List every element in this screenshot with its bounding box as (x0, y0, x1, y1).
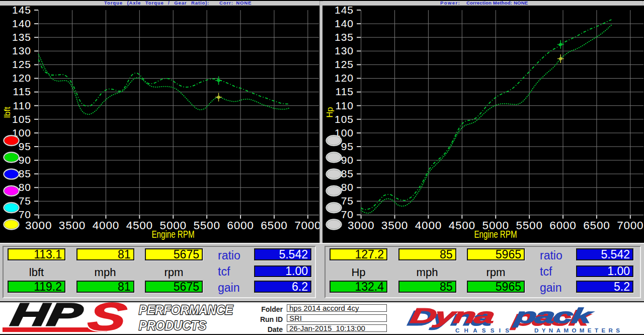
svg-text:3500: 3500 (59, 219, 86, 232)
svg-text:80: 80 (19, 181, 31, 193)
svg-text:110: 110 (336, 100, 354, 111)
svg-text:85: 85 (341, 168, 354, 179)
svg-text:125: 125 (335, 58, 354, 70)
svg-text:145: 145 (335, 6, 354, 16)
svg-text:PRODUCTS: PRODUCTS (139, 318, 206, 332)
svg-text:110: 110 (13, 100, 31, 111)
svg-text:3000: 3000 (348, 219, 374, 232)
svg-text:140: 140 (335, 18, 354, 29)
svg-text:75: 75 (341, 195, 354, 207)
svg-text:6000: 6000 (227, 219, 254, 232)
svg-text:80: 80 (341, 181, 354, 193)
svg-text:PERFORMANCE: PERFORMANCE (139, 303, 233, 317)
svg-text:115: 115 (13, 86, 31, 97)
svg-text:HP: HP (9, 302, 86, 332)
svg-text:4500: 4500 (449, 219, 475, 232)
svg-text:135: 135 (335, 31, 354, 43)
svg-text:95: 95 (341, 141, 354, 152)
svg-text:3000: 3000 (25, 219, 52, 232)
svg-text:120: 120 (335, 72, 354, 84)
svg-text:Engine RPM: Engine RPM (152, 229, 195, 240)
svg-text:Hp: Hp (325, 107, 334, 117)
svg-text:5500: 5500 (193, 219, 220, 232)
svg-text:S: S (86, 302, 130, 334)
svg-text:7000: 7000 (294, 219, 319, 232)
svg-text:pack: pack (512, 304, 596, 327)
svg-text:75: 75 (19, 195, 31, 207)
svg-text:4000: 4000 (415, 219, 442, 232)
svg-text:105: 105 (12, 113, 31, 125)
svg-text:Engine RPM: Engine RPM (474, 229, 517, 240)
svg-text:120: 120 (12, 72, 31, 84)
svg-text:lbft: lbft (3, 107, 12, 118)
svg-text:90: 90 (341, 154, 354, 166)
svg-text:6500: 6500 (261, 219, 287, 232)
svg-text:145: 145 (12, 6, 31, 16)
svg-text:6500: 6500 (583, 219, 610, 232)
svg-text:3500: 3500 (381, 219, 408, 232)
svg-text:85: 85 (19, 168, 31, 179)
svg-text:140: 140 (12, 18, 31, 29)
svg-text:95: 95 (19, 141, 31, 152)
svg-text:Dyna: Dyna (409, 304, 496, 328)
svg-text:130: 130 (12, 45, 31, 56)
svg-text:4500: 4500 (126, 219, 153, 232)
svg-text:4000: 4000 (93, 219, 119, 232)
svg-text:135: 135 (12, 31, 31, 43)
svg-text:6000: 6000 (549, 219, 576, 232)
svg-text:7000: 7000 (617, 219, 643, 232)
svg-text:5500: 5500 (516, 219, 542, 232)
svg-text:130: 130 (335, 45, 354, 56)
svg-text:115: 115 (336, 86, 354, 97)
svg-text:90: 90 (19, 154, 31, 166)
svg-text:105: 105 (335, 113, 354, 125)
svg-text:125: 125 (12, 58, 31, 70)
